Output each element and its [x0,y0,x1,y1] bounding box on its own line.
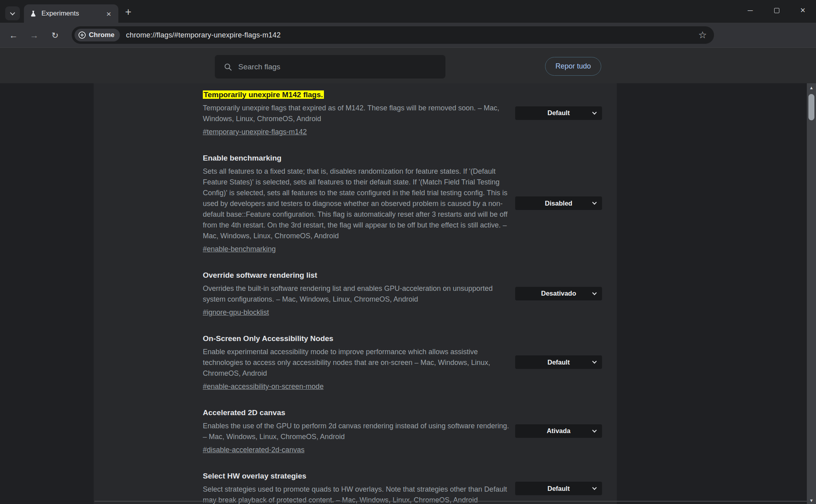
chevron-down-icon [592,110,596,114]
flag-description: Temporarily unexpire flags that expired … [203,103,510,124]
flag-title: Enable benchmarking [203,153,510,163]
flags-page-header: Repor tudo [0,47,816,83]
flag-text: Temporarily unexpire M142 flags. Tempora… [203,90,510,136]
flag-permalink[interactable]: #enable-accessibility-on-screen-mode [203,382,324,390]
tab-experiments[interactable]: Experiments × [24,4,118,23]
tab-strip: Experiments × + ─ × [0,0,816,23]
flag-entry: Override software rendering list Overrid… [203,271,602,316]
flag-text: Select HW overlay strategies Select stra… [203,471,510,504]
forward-button[interactable]: → [28,29,40,41]
reload-button[interactable]: ↻ [49,29,61,41]
flag-permalink[interactable]: #disable-accelerated-2d-canvas [203,446,304,454]
flag-value-select[interactable]: Default [515,355,602,369]
flag-value-select[interactable]: Desativado [515,287,602,300]
chevron-down-icon [592,485,596,490]
flag-value-select[interactable]: Disabled [515,196,602,210]
minimize-button[interactable]: ─ [737,0,763,21]
window-close-button[interactable]: × [790,0,816,21]
flag-permalink[interactable]: #enable-benchmarking [203,245,276,253]
flags-list: Temporarily unexpire M142 flags. Tempora… [94,83,617,504]
chevron-down-icon [592,290,596,295]
chrome-site-chip[interactable]: Chrome [75,29,120,41]
chevron-down-icon [592,200,596,204]
search-icon [224,63,232,71]
scrollbar-thumb[interactable] [808,94,814,120]
flag-value-select[interactable]: Default [515,106,602,120]
flag-permalink[interactable]: #ignore-gpu-blocklist [203,308,269,316]
maximize-icon [774,8,779,13]
flag-permalink[interactable]: #temporary-unexpire-flags-m142 [203,128,307,136]
flag-selected-value: Default [547,109,570,117]
maximize-button[interactable] [763,0,790,21]
flag-title: Temporarily unexpire M142 flags. [203,90,510,100]
flag-selected-value: Default [547,485,570,492]
scrollbar[interactable]: ▲ ▼ [807,83,816,504]
scroll-down-arrow[interactable]: ▼ [807,498,816,503]
window-controls: ─ × [737,0,816,21]
omnibox[interactable]: Chrome chrome://flags/#temporary-unexpir… [72,26,714,44]
flag-value-select[interactable]: Ativada [515,424,602,438]
chevron-down-icon [592,428,596,432]
back-button[interactable]: ← [8,29,20,41]
search-flags-input[interactable] [238,63,438,71]
flags-search-box[interactable] [215,55,445,78]
flag-title: Accelerated 2D canvas [203,408,510,418]
tab-title: Experiments [41,10,79,18]
flag-entry: On-Screen Only Accessibility Nodes Enabl… [203,334,602,390]
flask-icon [29,10,37,18]
reset-all-button[interactable]: Repor tudo [545,57,601,76]
flag-text: On-Screen Only Accessibility Nodes Enabl… [203,334,510,390]
flag-text: Override software rendering list Overrid… [203,271,510,316]
flag-description: Enable experimental accessibility mode t… [203,347,510,379]
chevron-down-icon [592,359,596,363]
flags-page-body: Temporarily unexpire M142 flags. Tempora… [0,83,816,504]
chevron-down-icon [10,10,15,16]
flag-description: Sets all features to a fixed state; that… [203,166,510,241]
flag-entry: Enable benchmarking Sets all features to… [203,153,602,253]
url-text[interactable]: chrome://flags/#temporary-unexpire-flags… [126,31,280,39]
chrome-logo-icon [78,31,86,39]
flag-selected-value: Ativada [547,427,571,435]
flag-entry: Select HW overlay strategies Select stra… [203,471,602,504]
flag-title: Override software rendering list [203,271,510,280]
tab-close-icon[interactable]: × [105,9,113,19]
browser-toolbar: ← → ↻ Chrome chrome://flags/#temporary-u… [0,23,816,47]
flag-description: Enables the use of the GPU to perform 2d… [203,421,510,442]
new-tab-button[interactable]: + [122,6,135,19]
section-divider [94,501,807,502]
flag-entry: Temporarily unexpire M142 flags. Tempora… [203,90,602,136]
flag-selected-value: Desativado [541,290,576,297]
flag-entry: Accelerated 2D canvas Enables the use of… [203,408,602,454]
flag-selected-value: Disabled [545,200,573,207]
bookmark-star-icon[interactable]: ☆ [698,29,707,41]
flag-title: Select HW overlay strategies [203,471,510,481]
scroll-up-arrow[interactable]: ▲ [807,83,816,90]
flag-selected-value: Default [547,359,570,366]
flag-text: Accelerated 2D canvas Enables the use of… [203,408,510,454]
flag-description: Overrides the built-in software renderin… [203,283,510,305]
chip-label: Chrome [89,31,114,39]
flag-text: Enable benchmarking Sets all features to… [203,153,510,253]
flag-title: On-Screen Only Accessibility Nodes [203,334,510,343]
tab-search-button[interactable] [5,6,20,20]
flag-value-select[interactable]: Default [515,482,602,495]
